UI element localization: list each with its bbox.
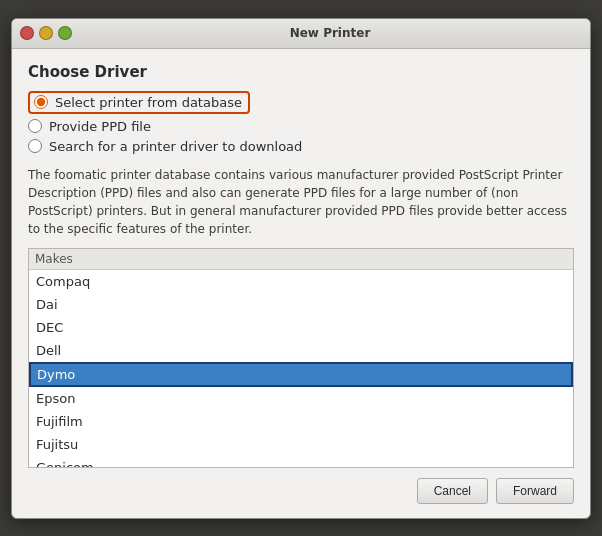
makes-item-compaq[interactable]: Compaq <box>29 270 573 293</box>
makes-item-genicom[interactable]: Genicom <box>29 456 573 468</box>
minimize-button[interactable] <box>39 26 53 40</box>
button-row: Cancel Forward <box>28 478 574 504</box>
radio-selected-border: Select printer from database <box>28 91 250 114</box>
makes-header: Makes <box>29 249 573 270</box>
makes-item-fujitsu[interactable]: Fujitsu <box>29 433 573 456</box>
forward-button[interactable]: Forward <box>496 478 574 504</box>
radio-option-download[interactable]: Search for a printer driver to download <box>28 139 574 154</box>
makes-item-fujifilm[interactable]: Fujifilm <box>29 410 573 433</box>
section-title: Choose Driver <box>28 63 574 81</box>
main-window: New Printer Choose Driver Select printer… <box>11 18 591 519</box>
close-button[interactable] <box>20 26 34 40</box>
makes-list[interactable]: Makes Compaq Dai DEC Dell Dymo Epson Fuj… <box>28 248 574 468</box>
radio-ppd-label: Provide PPD file <box>49 119 151 134</box>
makes-item-epson[interactable]: Epson <box>29 387 573 410</box>
radio-option-ppd[interactable]: Provide PPD file <box>28 119 574 134</box>
radio-download-label: Search for a printer driver to download <box>49 139 302 154</box>
description-text: The foomatic printer database contains v… <box>28 166 574 238</box>
makes-item-dec[interactable]: DEC <box>29 316 573 339</box>
radio-option-database[interactable]: Select printer from database <box>28 91 574 114</box>
radio-group: Select printer from database Provide PPD… <box>28 91 574 154</box>
cancel-button[interactable]: Cancel <box>417 478 488 504</box>
window-controls <box>20 26 72 40</box>
radio-database[interactable] <box>34 95 48 109</box>
titlebar: New Printer <box>12 19 590 49</box>
makes-item-dymo[interactable]: Dymo <box>29 362 573 387</box>
radio-download[interactable] <box>28 139 42 153</box>
radio-database-label: Select printer from database <box>55 95 242 110</box>
maximize-button[interactable] <box>58 26 72 40</box>
makes-item-dai[interactable]: Dai <box>29 293 573 316</box>
window-title: New Printer <box>78 26 582 40</box>
content-area: Choose Driver Select printer from databa… <box>12 49 590 518</box>
makes-item-dell[interactable]: Dell <box>29 339 573 362</box>
radio-ppd[interactable] <box>28 119 42 133</box>
